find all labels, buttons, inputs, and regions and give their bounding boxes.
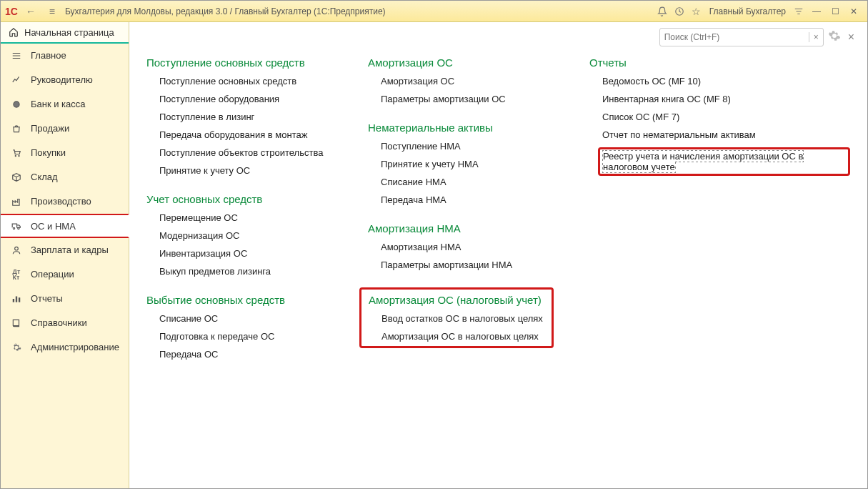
section-link[interactable]: Список ОС (MF 7) [602, 112, 850, 122]
menu-icon[interactable]: ≡ [44, 3, 61, 20]
sidebar-item-box[interactable]: Склад [1, 165, 129, 189]
section: Амортизация НМААмортизация НМАПараметры … [368, 222, 554, 270]
sidebar-item-coin[interactable]: Банк и касса [1, 92, 129, 117]
sidebar-item-gear[interactable]: Администрирование [1, 335, 129, 360]
sidebar-item-book[interactable]: Справочники [1, 311, 129, 335]
panel-close-icon[interactable]: × [848, 31, 854, 44]
search-input[interactable] [664, 32, 809, 42]
sidebar-item-menu[interactable]: Главное [1, 44, 129, 68]
box-icon [11, 172, 22, 183]
section-link[interactable]: Ведомость ОС (MF 10) [602, 76, 850, 87]
section-title[interactable]: Поступление основных средств [146, 56, 332, 69]
search-clear-icon[interactable]: × [809, 32, 819, 42]
back-icon[interactable]: ← [22, 3, 39, 20]
section-link[interactable]: Амортизация ОС [381, 76, 554, 87]
section-title[interactable]: Выбытие основных средств [146, 294, 332, 306]
section-link[interactable]: Модернизация ОС [159, 230, 332, 241]
section-link[interactable]: Принятие к учету НМА [381, 159, 554, 169]
sidebar-item-label: Главное [31, 50, 66, 61]
minimize-button[interactable]: — [807, 6, 826, 16]
section-link[interactable]: Амортизация НМА [381, 242, 554, 252]
bell-icon[interactable] [654, 3, 671, 20]
app-title: Бухгалтерия для Молдовы, редакция 3.0 / … [65, 6, 386, 16]
section-link[interactable]: Параметры амортизации ОС [381, 94, 554, 104]
section-link[interactable]: Амортизация ОС в налоговых целях [381, 331, 544, 342]
sidebar-item-label: Склад [31, 172, 58, 182]
section-link[interactable]: Параметры амортизации НМА [381, 260, 554, 270]
section-link[interactable]: Инвентарная книга ОС (MF 8) [602, 94, 850, 104]
section-link[interactable]: Списание НМА [381, 177, 554, 187]
home-label: Начальная страница [24, 27, 114, 38]
user-name[interactable]: Главный Бухгалтер [709, 6, 786, 16]
sidebar-item-label: Отчеты [31, 293, 63, 304]
title-bar: 1C ← ≡ Бухгалтерия для Молдовы, редакция… [1, 1, 867, 22]
section-title[interactable]: Отчеты [589, 56, 850, 69]
section-link[interactable]: Подготовка к передаче ОС [159, 331, 332, 342]
section-link[interactable]: Реестр учета и начисления амортизации ОС… [603, 151, 803, 172]
truck-icon [11, 220, 22, 232]
section-link[interactable]: Принятие к учету ОС [159, 165, 332, 176]
svg-rect-8 [16, 296, 17, 302]
bag-icon [11, 123, 22, 134]
cart-icon [11, 147, 22, 159]
section-link[interactable]: Поступление оборудования [159, 94, 332, 104]
gear-icon[interactable] [828, 29, 841, 45]
section-link[interactable]: Передача ОС [159, 349, 332, 360]
star-icon[interactable]: ☆ [688, 3, 705, 20]
sidebar-item-label: Руководителю [31, 74, 93, 85]
section: Амортизация ОСАмортизация ОСПараметры ам… [368, 56, 554, 104]
sidebar-item-label: Зарплата и кадры [31, 244, 109, 255]
sidebar-item-label: Производство [31, 196, 91, 207]
section: Учет основных средствПеремещение ОСМодер… [146, 193, 332, 277]
history-icon[interactable] [671, 3, 688, 20]
person-icon [11, 244, 22, 256]
section-title[interactable]: Учет основных средств [146, 193, 332, 205]
sidebar-item-truck[interactable]: ОС и НМА [1, 214, 129, 238]
section-link[interactable]: Списание ОС [159, 313, 332, 324]
sidebar-item-label: Банк и касса [31, 99, 86, 109]
sidebar-item-dtkt[interactable]: ДтКтОперации [1, 262, 129, 287]
sidebar-item-label: Администрирование [31, 342, 119, 352]
sidebar-item-person[interactable]: Зарплата и кадры [1, 238, 129, 262]
section-title[interactable]: Амортизация ОС [368, 56, 554, 69]
section-link[interactable]: Передача НМА [381, 194, 554, 205]
coin-icon [11, 99, 22, 110]
settings-bars-icon[interactable] [790, 3, 807, 20]
highlighted-link: Реестр учета и начисления амортизации ОС… [598, 147, 850, 176]
book-icon [11, 317, 22, 329]
section-link[interactable]: Поступление основных средств [159, 76, 332, 87]
section-title[interactable]: Амортизация ОС (налоговый учет) [369, 294, 544, 306]
section-link[interactable]: Поступление объектов строительства [159, 147, 332, 158]
section-link[interactable]: Выкуп предметов лизинга [159, 266, 332, 277]
section-link[interactable]: Инвентаризация ОС [159, 248, 332, 259]
section-link[interactable]: Передача оборудования в монтаж [159, 129, 332, 140]
sidebar-item-bag[interactable]: Продажи [1, 117, 129, 141]
home-icon [8, 26, 19, 38]
section-link[interactable]: Поступление в лизинг [159, 112, 332, 122]
home-row[interactable]: Начальная страница [1, 22, 129, 44]
section: Поступление основных средствПоступление … [146, 56, 332, 176]
close-button[interactable]: ✕ [844, 6, 863, 16]
bars-icon [11, 293, 22, 305]
section-link[interactable]: Поступление НМА [381, 141, 554, 152]
sidebar-item-label: ОС и НМА [31, 221, 76, 232]
column-0: Поступление основных средствПоступление … [146, 56, 332, 377]
section-link[interactable]: Отчет по нематериальным активам [602, 129, 850, 140]
svg-point-5 [18, 227, 19, 229]
column-1: Амортизация ОСАмортизация ОСПараметры ам… [368, 56, 554, 365]
search-box[interactable]: × [659, 28, 824, 46]
section-title[interactable]: Амортизация НМА [368, 222, 554, 234]
sidebar-item-factory[interactable]: Производство [1, 189, 129, 214]
section-link[interactable]: Ввод остатков ОС в налоговых целях [381, 313, 544, 324]
svg-point-4 [13, 227, 14, 229]
section-link[interactable]: Перемещение ОС [159, 212, 332, 223]
svg-rect-7 [13, 299, 14, 302]
section: Нематериальные активыПоступление НМАПрин… [368, 122, 554, 205]
maximize-button[interactable]: ☐ [826, 6, 844, 16]
sidebar-item-cart[interactable]: Покупки [1, 141, 129, 165]
content-area: × × Поступление основных средствПоступле… [129, 22, 867, 488]
sidebar-item-chart[interactable]: Руководителю [1, 68, 129, 92]
section-title[interactable]: Нематериальные активы [368, 122, 554, 134]
sidebar-item-label: Справочники [31, 317, 87, 328]
sidebar-item-bars[interactable]: Отчеты [1, 287, 129, 311]
